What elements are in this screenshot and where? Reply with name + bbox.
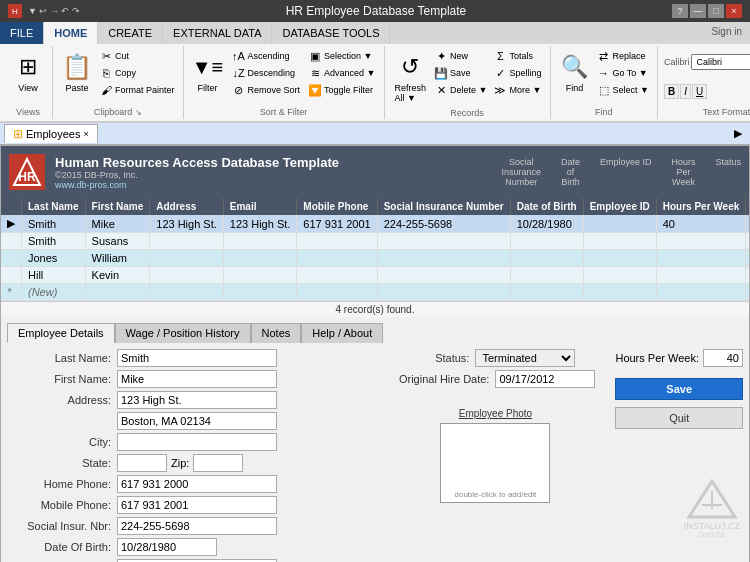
cell: 617 931 2001 bbox=[297, 215, 377, 233]
input-address1[interactable] bbox=[117, 391, 277, 409]
sign-in-link[interactable]: Sign in bbox=[703, 22, 750, 44]
banner-url: www.db-pros.com bbox=[55, 180, 491, 190]
banner-col-headers: SocialInsuranceNumber DateofBirth Employ… bbox=[501, 157, 741, 187]
input-state[interactable] bbox=[117, 454, 167, 472]
input-social[interactable] bbox=[117, 517, 277, 535]
cell: Jones bbox=[22, 250, 86, 267]
header-logo: HR bbox=[9, 154, 45, 190]
table-row[interactable]: HillKevin bbox=[1, 267, 749, 284]
table-row[interactable]: *(New) bbox=[1, 284, 749, 301]
tab-database-tools[interactable]: DATABASE TOOLS bbox=[272, 22, 390, 44]
th-hours: Hours Per Week bbox=[656, 198, 746, 215]
save-record-button[interactable]: 💾Save bbox=[432, 65, 489, 81]
input-lastname[interactable] bbox=[117, 349, 277, 367]
input-zip[interactable] bbox=[193, 454, 243, 472]
italic-button[interactable]: I bbox=[680, 84, 691, 99]
input-address2[interactable] bbox=[117, 412, 277, 430]
cell: Smith bbox=[22, 233, 86, 250]
input-homephone[interactable] bbox=[117, 475, 277, 493]
form-content: Last Name: First Name: Address: City: bbox=[7, 349, 743, 562]
ribbon-group-views: ⊞ View Views bbox=[4, 46, 53, 119]
watermark-logo bbox=[687, 479, 737, 519]
cell bbox=[583, 215, 656, 233]
more-button[interactable]: ≫More ▼ bbox=[491, 82, 543, 98]
cell bbox=[223, 267, 297, 284]
font-family-select[interactable]: Calibri bbox=[691, 54, 750, 70]
input-hours[interactable] bbox=[703, 349, 743, 367]
tab-notes[interactable]: Notes bbox=[251, 323, 302, 343]
filter-button[interactable]: ▼≡ Filter bbox=[190, 48, 226, 98]
help-button[interactable]: ? bbox=[672, 4, 688, 18]
table-row[interactable]: JonesWilliam bbox=[1, 250, 749, 267]
maximize-button[interactable]: □ bbox=[708, 4, 724, 18]
row-indicator bbox=[1, 233, 22, 250]
cut-button[interactable]: ✂Cut bbox=[97, 48, 177, 64]
label-firstname: First Name: bbox=[7, 373, 117, 385]
totals-button[interactable]: ΣTotals bbox=[491, 48, 543, 64]
tab-help-about[interactable]: Help / About bbox=[301, 323, 383, 343]
input-dob[interactable] bbox=[117, 538, 217, 556]
header-banner: HR Human Resources Access Database Templ… bbox=[1, 146, 749, 198]
watermark: INSTALUJ.CZ SoRoTar bbox=[684, 479, 740, 538]
view-button[interactable]: ⊞ View bbox=[10, 48, 46, 96]
selection-button[interactable]: ▣Selection ▼ bbox=[306, 48, 377, 64]
label-status: Status: bbox=[385, 352, 475, 364]
cell: Kevin bbox=[85, 267, 150, 284]
photo-box[interactable]: double-click to add/edit bbox=[440, 423, 550, 503]
ribbon-group-find: 🔍 Find ⇄Replace →Go To ▼ ⬚Select ▼ Find bbox=[551, 46, 658, 119]
tab-create[interactable]: CREATE bbox=[98, 22, 163, 44]
advanced-button[interactable]: ≋Advanced ▼ bbox=[306, 65, 377, 81]
quit-button[interactable]: Quit bbox=[615, 407, 743, 429]
close-tab-icon[interactable]: × bbox=[83, 129, 88, 139]
copy-button[interactable]: ⎘Copy bbox=[97, 65, 177, 81]
replace-button[interactable]: ⇄Replace bbox=[595, 48, 651, 64]
refresh-all-button[interactable]: ↺ RefreshAll ▼ bbox=[391, 48, 431, 106]
tab-external-data[interactable]: EXTERNAL DATA bbox=[163, 22, 272, 44]
ascending-button[interactable]: ↑AAscending bbox=[230, 48, 303, 64]
table-row[interactable]: ▶SmithMike123 High St.123 High St.617 93… bbox=[1, 215, 749, 233]
close-button[interactable]: × bbox=[726, 4, 742, 18]
underline-button[interactable]: U bbox=[692, 84, 707, 99]
new-button[interactable]: ✦New bbox=[432, 48, 489, 64]
spelling-button[interactable]: ✓Spelling bbox=[491, 65, 543, 81]
select-button[interactable]: ⬚Select ▼ bbox=[595, 82, 651, 98]
input-mobilephone[interactable] bbox=[117, 496, 277, 514]
cell bbox=[377, 250, 510, 267]
row-address1: Address: bbox=[7, 391, 375, 409]
tab-home[interactable]: HOME bbox=[44, 22, 98, 44]
employees-tab[interactable]: ⊞ Employees × bbox=[4, 124, 98, 143]
cell bbox=[583, 284, 656, 301]
tab-file[interactable]: FILE bbox=[0, 22, 44, 44]
input-hire-date[interactable] bbox=[495, 370, 595, 388]
col-hours: HoursPerWeek bbox=[671, 157, 695, 187]
format-painter-button[interactable]: 🖌Format Painter bbox=[97, 82, 177, 98]
toggle-filter-button[interactable]: 🔽Toggle Filter bbox=[306, 82, 377, 98]
descending-button[interactable]: ↓ZDescending bbox=[230, 65, 303, 81]
delete-button[interactable]: ✕Delete ▼ bbox=[432, 82, 489, 98]
minimize-button[interactable]: — bbox=[690, 4, 706, 18]
table-row[interactable]: SmithSusans bbox=[1, 233, 749, 250]
input-city[interactable] bbox=[117, 433, 277, 451]
row-mobilephone: Mobile Phone: bbox=[7, 496, 375, 514]
tab-employee-details[interactable]: Employee Details bbox=[7, 323, 115, 343]
input-firstname[interactable] bbox=[117, 370, 277, 388]
cell: 10/28/1980 bbox=[510, 215, 583, 233]
tab-wage-history[interactable]: Wage / Position History bbox=[115, 323, 251, 343]
row-indicator bbox=[1, 267, 22, 284]
label-social: Social Insur. Nbr: bbox=[7, 520, 117, 532]
bold-button[interactable]: B bbox=[664, 84, 679, 99]
row-dob: Date Of Birth: bbox=[7, 538, 375, 556]
status-select[interactable]: Terminated Active On Leave bbox=[475, 349, 575, 367]
nav-right-arrow[interactable]: ▶ bbox=[730, 125, 746, 142]
remove-sort-button[interactable]: ⊘Remove Sort bbox=[230, 82, 303, 98]
th-email: Email bbox=[223, 198, 297, 215]
row-hire-date: Original Hire Date: bbox=[385, 370, 605, 388]
find-button[interactable]: 🔍 Find bbox=[557, 48, 593, 96]
go-to-button[interactable]: →Go To ▼ bbox=[595, 65, 651, 81]
save-button[interactable]: Save bbox=[615, 378, 743, 400]
cell bbox=[656, 267, 746, 284]
form-area: Employee Details Wage / Position History… bbox=[1, 317, 749, 562]
paste-button[interactable]: 📋 Paste bbox=[59, 48, 95, 96]
record-count: 4 record(s) found. bbox=[1, 301, 749, 317]
main-content: HR Human Resources Access Database Templ… bbox=[0, 145, 750, 562]
